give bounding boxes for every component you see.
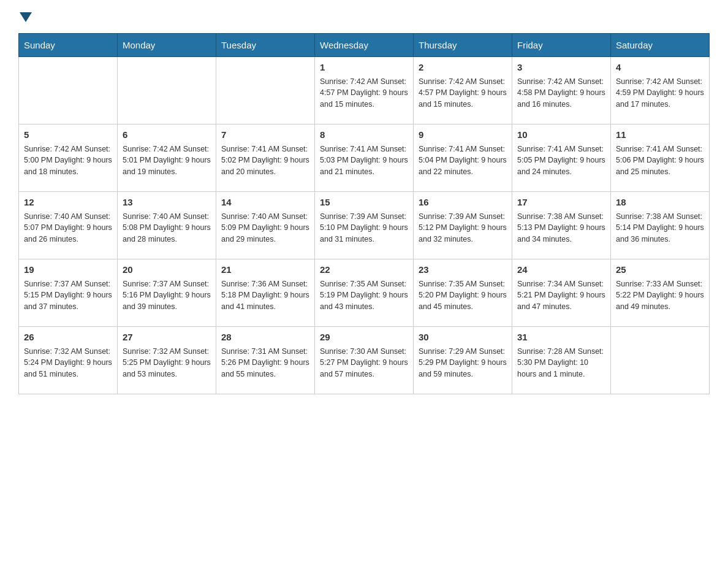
calendar-cell: 30Sunrise: 7:29 AM Sunset: 5:29 PM Dayli… [414, 327, 512, 394]
calendar-cell: 13Sunrise: 7:40 AM Sunset: 5:08 PM Dayli… [118, 192, 216, 259]
day-number: 26 [24, 331, 112, 345]
day-number: 7 [221, 128, 309, 142]
calendar-cell: 11Sunrise: 7:41 AM Sunset: 5:06 PM Dayli… [611, 124, 710, 192]
day-number: 6 [123, 128, 211, 142]
day-number: 18 [616, 196, 704, 210]
calendar-cell: 23Sunrise: 7:35 AM Sunset: 5:20 PM Dayli… [414, 259, 512, 327]
calendar-cell: 25Sunrise: 7:33 AM Sunset: 5:22 PM Dayli… [611, 259, 710, 327]
day-info: Sunrise: 7:40 AM Sunset: 5:07 PM Dayligh… [24, 211, 112, 245]
day-number: 8 [320, 128, 408, 142]
calendar-cell: 18Sunrise: 7:38 AM Sunset: 5:14 PM Dayli… [611, 192, 710, 259]
calendar-header-tuesday: Tuesday [216, 34, 315, 57]
day-number: 17 [517, 196, 605, 210]
day-info: Sunrise: 7:31 AM Sunset: 5:26 PM Dayligh… [221, 346, 309, 380]
day-info: Sunrise: 7:36 AM Sunset: 5:18 PM Dayligh… [221, 278, 309, 313]
day-number: 23 [419, 263, 507, 277]
calendar-cell: 2Sunrise: 7:42 AM Sunset: 4:57 PM Daylig… [414, 57, 512, 124]
day-info: Sunrise: 7:42 AM Sunset: 4:57 PM Dayligh… [419, 76, 507, 110]
day-number: 5 [24, 128, 112, 142]
day-info: Sunrise: 7:35 AM Sunset: 5:20 PM Dayligh… [419, 278, 507, 313]
day-info: Sunrise: 7:42 AM Sunset: 4:58 PM Dayligh… [517, 76, 605, 110]
logo [18, 12, 36, 21]
calendar-cell: 6Sunrise: 7:42 AM Sunset: 5:01 PM Daylig… [118, 124, 216, 192]
day-number: 13 [123, 196, 211, 210]
calendar-cell: 29Sunrise: 7:30 AM Sunset: 5:27 PM Dayli… [315, 327, 414, 394]
day-info: Sunrise: 7:41 AM Sunset: 5:06 PM Dayligh… [616, 144, 704, 178]
calendar-cell: 14Sunrise: 7:40 AM Sunset: 5:09 PM Dayli… [216, 192, 315, 259]
day-number: 27 [123, 331, 211, 345]
calendar-cell: 17Sunrise: 7:38 AM Sunset: 5:13 PM Dayli… [512, 192, 611, 259]
calendar-cell [216, 57, 315, 124]
day-number: 19 [24, 263, 112, 277]
day-info: Sunrise: 7:39 AM Sunset: 5:12 PM Dayligh… [419, 211, 507, 245]
day-info: Sunrise: 7:39 AM Sunset: 5:10 PM Dayligh… [320, 211, 408, 245]
day-info: Sunrise: 7:32 AM Sunset: 5:24 PM Dayligh… [24, 346, 112, 380]
calendar-cell: 4Sunrise: 7:42 AM Sunset: 4:59 PM Daylig… [611, 57, 710, 124]
calendar-cell: 15Sunrise: 7:39 AM Sunset: 5:10 PM Dayli… [315, 192, 414, 259]
calendar-cell: 20Sunrise: 7:37 AM Sunset: 5:16 PM Dayli… [118, 259, 216, 327]
calendar-header-wednesday: Wednesday [315, 34, 414, 57]
day-info: Sunrise: 7:28 AM Sunset: 5:30 PM Dayligh… [517, 346, 605, 380]
calendar-cell: 27Sunrise: 7:32 AM Sunset: 5:25 PM Dayli… [118, 327, 216, 394]
calendar-cell: 7Sunrise: 7:41 AM Sunset: 5:02 PM Daylig… [216, 124, 315, 192]
day-info: Sunrise: 7:40 AM Sunset: 5:08 PM Dayligh… [123, 211, 211, 245]
day-number: 9 [419, 128, 507, 142]
day-number: 3 [517, 61, 605, 75]
calendar-cell: 5Sunrise: 7:42 AM Sunset: 5:00 PM Daylig… [19, 124, 118, 192]
calendar-cell: 28Sunrise: 7:31 AM Sunset: 5:26 PM Dayli… [216, 327, 315, 394]
day-info: Sunrise: 7:42 AM Sunset: 4:57 PM Dayligh… [320, 76, 408, 110]
calendar-week-row: 5Sunrise: 7:42 AM Sunset: 5:00 PM Daylig… [19, 124, 710, 192]
calendar-header-saturday: Saturday [611, 34, 710, 57]
logo-triangle-icon [20, 12, 32, 22]
day-number: 11 [616, 128, 704, 142]
day-info: Sunrise: 7:37 AM Sunset: 5:15 PM Dayligh… [24, 278, 112, 313]
calendar-cell: 10Sunrise: 7:41 AM Sunset: 5:05 PM Dayli… [512, 124, 611, 192]
day-info: Sunrise: 7:30 AM Sunset: 5:27 PM Dayligh… [320, 346, 408, 380]
day-info: Sunrise: 7:41 AM Sunset: 5:05 PM Dayligh… [517, 144, 605, 178]
calendar-week-row: 26Sunrise: 7:32 AM Sunset: 5:24 PM Dayli… [19, 327, 710, 394]
calendar-cell: 3Sunrise: 7:42 AM Sunset: 4:58 PM Daylig… [512, 57, 611, 124]
day-info: Sunrise: 7:37 AM Sunset: 5:16 PM Dayligh… [123, 278, 211, 313]
calendar-week-row: 1Sunrise: 7:42 AM Sunset: 4:57 PM Daylig… [19, 57, 710, 124]
day-number: 10 [517, 128, 605, 142]
day-info: Sunrise: 7:38 AM Sunset: 5:13 PM Dayligh… [517, 211, 605, 245]
day-info: Sunrise: 7:42 AM Sunset: 4:59 PM Dayligh… [616, 76, 704, 110]
day-number: 31 [517, 331, 605, 345]
page-header [18, 12, 710, 21]
calendar-header-sunday: Sunday [19, 34, 118, 57]
day-number: 4 [616, 61, 704, 75]
day-number: 29 [320, 331, 408, 345]
calendar-cell [611, 327, 710, 394]
calendar-cell [19, 57, 118, 124]
calendar-table: SundayMondayTuesdayWednesdayThursdayFrid… [18, 33, 710, 394]
day-info: Sunrise: 7:33 AM Sunset: 5:22 PM Dayligh… [616, 278, 704, 313]
day-info: Sunrise: 7:29 AM Sunset: 5:29 PM Dayligh… [419, 346, 507, 380]
calendar-cell: 16Sunrise: 7:39 AM Sunset: 5:12 PM Dayli… [414, 192, 512, 259]
calendar-cell: 8Sunrise: 7:41 AM Sunset: 5:03 PM Daylig… [315, 124, 414, 192]
calendar-cell: 9Sunrise: 7:41 AM Sunset: 5:04 PM Daylig… [414, 124, 512, 192]
day-info: Sunrise: 7:35 AM Sunset: 5:19 PM Dayligh… [320, 278, 408, 313]
day-number: 2 [419, 61, 507, 75]
day-info: Sunrise: 7:38 AM Sunset: 5:14 PM Dayligh… [616, 211, 704, 245]
day-info: Sunrise: 7:42 AM Sunset: 5:00 PM Dayligh… [24, 144, 112, 178]
calendar-cell: 1Sunrise: 7:42 AM Sunset: 4:57 PM Daylig… [315, 57, 414, 124]
day-number: 25 [616, 263, 704, 277]
day-info: Sunrise: 7:41 AM Sunset: 5:03 PM Dayligh… [320, 144, 408, 178]
day-number: 28 [221, 331, 309, 345]
day-info: Sunrise: 7:32 AM Sunset: 5:25 PM Dayligh… [123, 346, 211, 380]
calendar-header-row: SundayMondayTuesdayWednesdayThursdayFrid… [19, 34, 710, 57]
day-number: 21 [221, 263, 309, 277]
day-info: Sunrise: 7:40 AM Sunset: 5:09 PM Dayligh… [221, 211, 309, 245]
calendar-cell: 22Sunrise: 7:35 AM Sunset: 5:19 PM Dayli… [315, 259, 414, 327]
day-number: 24 [517, 263, 605, 277]
day-number: 22 [320, 263, 408, 277]
calendar-cell [118, 57, 216, 124]
day-number: 1 [320, 61, 408, 75]
calendar-cell: 12Sunrise: 7:40 AM Sunset: 5:07 PM Dayli… [19, 192, 118, 259]
day-info: Sunrise: 7:34 AM Sunset: 5:21 PM Dayligh… [517, 278, 605, 313]
day-info: Sunrise: 7:42 AM Sunset: 5:01 PM Dayligh… [123, 144, 211, 178]
calendar-cell: 19Sunrise: 7:37 AM Sunset: 5:15 PM Dayli… [19, 259, 118, 327]
day-number: 30 [419, 331, 507, 345]
day-info: Sunrise: 7:41 AM Sunset: 5:04 PM Dayligh… [419, 144, 507, 178]
day-number: 15 [320, 196, 408, 210]
